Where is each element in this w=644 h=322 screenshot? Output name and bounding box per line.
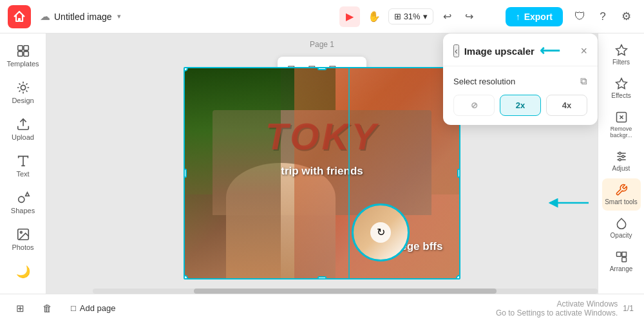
handle-br[interactable] [456,275,460,279]
text-label: Text [16,170,29,178]
upscaler-title: Image upscaler [464,46,535,57]
delete-page-button[interactable]: 🗑 [37,299,57,318]
upscaler-back-button[interactable]: ‹ [453,44,459,57]
topbar-icon-group: 🛡 ? ⚙ [569,6,636,27]
page-counter: 1/1 [623,304,634,313]
expand-icon-button[interactable]: ⌄ [13,285,33,294]
title-group: ☁ Untitled image ▾ [40,10,121,23]
left-sidebar: Templates Design Upload Text Shapes [0,33,46,294]
upscaler-header: ‹ Image upscaler ⟵ × [443,33,598,66]
svg-point-20 [618,158,620,160]
canvas-bg: TOKY trip with friends college bffs ↻ [185,68,459,278]
add-page-label: Add page [80,303,116,313]
hand-tool[interactable]: ✋ [364,6,384,27]
handle-bl[interactable] [184,275,188,279]
logo-button[interactable] [8,5,31,28]
svg-rect-2 [17,52,22,56]
sidebar-item-design[interactable]: Design [4,75,43,109]
sidebar-item-templates[interactable]: Templates [4,39,43,73]
bottom-bar: ⊞ 🗑 □ Add page Activate Windows Go to Se… [0,294,644,322]
design-label: Design [12,97,33,104]
help-icon-button[interactable]: ? [592,6,613,27]
upscaler-close-button[interactable]: × [580,44,587,58]
add-icon: □ [71,303,76,313]
resolution-2x-button[interactable]: 2x [500,95,541,116]
cloud-icon: ☁ [40,10,50,23]
title-chevron-icon[interactable]: ▾ [117,12,121,21]
canvas-scrollbar[interactable] [93,289,598,294]
svg-point-4 [21,85,25,90]
topbar-tools: ▶ ✋ ⊞ 31% ▾ ↩ ↪ [339,6,480,27]
document-title: Untitled image [54,12,112,22]
shapes-label: Shapes [11,207,35,214]
zoom-chevron-icon: ▾ [423,12,428,21]
trip-text: trip with friends [281,165,363,178]
settings-icon-button[interactable]: ⚙ [616,6,636,27]
remove-bg-label: Remove backgr... [605,126,638,138]
image-upscaler-panel: ‹ Image upscaler ⟵ × Select resolution ⧉… [443,33,598,125]
crop-icon: ⊞ [394,12,401,21]
svg-marker-10 [616,45,627,55]
sidebar-item-text[interactable]: Text [4,149,43,183]
upload-label: Upload [12,133,34,141]
smart-tools-label: Smart tools [605,198,638,205]
pointer-tool[interactable]: ▶ [339,6,360,27]
svg-point-6 [18,196,24,202]
zoom-group[interactable]: ⊞ 31% ▾ [388,8,433,24]
right-item-arrange[interactable]: Arrange [602,245,641,278]
shield-icon-button[interactable]: 🛡 [569,6,590,27]
sidebar-item-shapes[interactable]: Shapes [4,185,43,220]
canvas-image[interactable]: TOKY trip with friends college bffs ↻ [184,67,460,279]
filters-label: Filters [612,59,630,66]
activate-windows-text: Activate Windows Go to Settings to activ… [496,299,618,317]
effects-label: Effects [611,92,630,99]
resolution-buttons: ⊘ 2x 4x [453,95,587,116]
refresh-icon: ↻ [370,222,391,243]
opacity-label: Opacity [611,232,632,239]
add-page-button[interactable]: □ Add page [64,300,122,316]
right-item-smart-tools[interactable]: Smart tools [602,178,641,211]
upscaler-title-row: ‹ Image upscaler ⟵ [453,43,560,59]
templates-label: Templates [6,60,39,68]
circle-overlay: ↻ [352,204,410,261]
upscaler-body: Select resolution ⧉ ⊘ 2x 4x [443,66,598,125]
right-item-effects[interactable]: Effects [602,72,641,104]
resolution-4x-button[interactable]: 4x [546,95,587,116]
svg-rect-22 [621,258,626,262]
undo-button[interactable]: ↩ [437,6,458,27]
right-panel: Filters Effects Remove backgr... Adjust [598,33,644,294]
export-icon: ↑ [516,12,520,22]
resolution-copy-icon: ⧉ [580,75,587,87]
right-item-adjust[interactable]: Adjust [602,145,641,177]
zoom-value: 31% [404,12,421,21]
handle-mr[interactable] [457,169,460,178]
upscaler-arrow-icon: ⟵ [540,43,560,59]
undo-redo-group: ↩ ↪ [437,6,480,27]
moon-icon-button[interactable]: 🌙 [13,261,33,282]
svg-point-18 [618,152,620,154]
resolution-label: Select resolution ⧉ [453,75,587,87]
svg-point-9 [20,231,22,233]
sidebar-bottom: 🌙 ⌄ [13,261,33,294]
handle-tm[interactable] [317,67,327,70]
svg-rect-1 [23,46,28,50]
arrange-label: Arrange [610,265,633,272]
handle-ml[interactable] [184,169,187,178]
right-item-filters[interactable]: Filters [602,39,641,71]
tokyo-text: TOKY [265,115,379,158]
resolution-disabled-button: ⊘ [453,95,495,116]
sidebar-item-upload[interactable]: Upload [4,112,43,146]
svg-marker-11 [616,79,627,89]
svg-point-19 [621,155,623,157]
canvas-scrollbar-thumb [194,289,497,294]
redo-button[interactable]: ↪ [459,6,480,27]
sidebar-item-photos[interactable]: Photos [4,222,43,256]
svg-rect-3 [23,52,28,56]
adjust-label: Adjust [612,165,630,172]
handle-bm[interactable] [317,276,327,279]
right-item-opacity[interactable]: Opacity [602,212,641,244]
right-item-remove-bg[interactable]: Remove backgr... [602,106,641,144]
copy-page-button[interactable]: ⊞ [10,299,30,318]
export-button[interactable]: ↑ Export [506,7,563,26]
svg-rect-21 [616,252,621,257]
